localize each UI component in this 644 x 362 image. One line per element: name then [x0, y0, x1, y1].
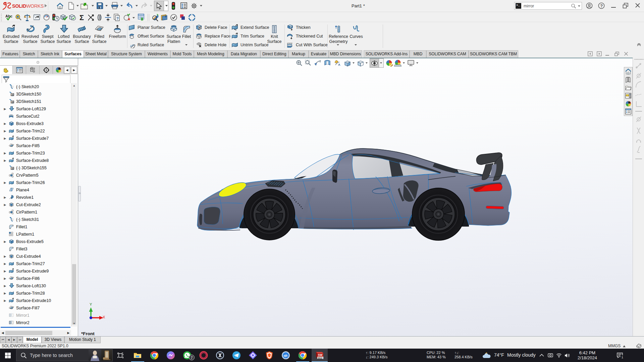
- svg-text:qb: qb: [284, 354, 288, 357]
- svg-text:Y: Y: [90, 302, 92, 306]
- svg-text:X: X: [103, 315, 105, 319]
- svg-text:SW: SW: [318, 353, 323, 357]
- svg-text:1: 1: [622, 355, 623, 359]
- svg-text:A: A: [338, 63, 340, 66]
- svg-text:2022: 2022: [318, 357, 323, 359]
- svg-text:*Front: *Front: [81, 331, 95, 336]
